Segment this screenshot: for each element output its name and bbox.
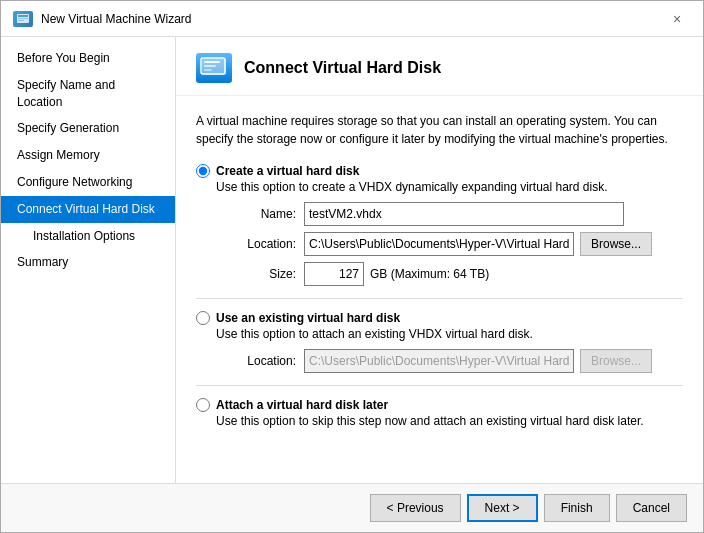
existing-vhd-radio[interactable] <box>196 311 210 325</box>
location-input-create[interactable] <box>304 232 574 256</box>
existing-vhd-form: Location: Browse... <box>216 349 683 373</box>
attach-later-desc: Use this option to skip this step now an… <box>216 414 683 428</box>
name-input[interactable] <box>304 202 624 226</box>
create-vhd-desc: Use this option to create a VHDX dynamic… <box>216 180 683 194</box>
next-button[interactable]: Next > <box>467 494 538 522</box>
main-body: A virtual machine requires storage so th… <box>176 96 703 483</box>
title-bar: New Virtual Machine Wizard × <box>1 1 703 37</box>
page-description: A virtual machine requires storage so th… <box>196 112 683 148</box>
separator-1 <box>196 298 683 299</box>
location-row-create: Browse... <box>304 232 683 256</box>
svg-rect-3 <box>18 20 24 21</box>
title-bar-left: New Virtual Machine Wizard <box>13 11 192 27</box>
size-row: GB (Maximum: 64 TB) <box>304 262 683 286</box>
window-title: New Virtual Machine Wizard <box>41 12 192 26</box>
sidebar-item-installation-options[interactable]: Installation Options <box>1 223 175 250</box>
footer: < Previous Next > Finish Cancel <box>1 483 703 532</box>
size-label: Size: <box>216 267 296 281</box>
finish-button[interactable]: Finish <box>544 494 610 522</box>
attach-later-radio-label[interactable]: Attach a virtual hard disk later <box>196 398 683 412</box>
location-label-existing: Location: <box>216 354 296 368</box>
name-row <box>304 202 683 226</box>
sidebar: Before You BeginSpecify Name and Locatio… <box>1 37 176 483</box>
sidebar-item-specify-name[interactable]: Specify Name and Location <box>1 72 175 116</box>
browse-button-create[interactable]: Browse... <box>580 232 652 256</box>
separator-2 <box>196 385 683 386</box>
existing-vhd-desc: Use this option to attach an existing VH… <box>216 327 683 341</box>
location-row-existing: Browse... <box>304 349 683 373</box>
svg-rect-1 <box>18 15 28 17</box>
browse-button-existing: Browse... <box>580 349 652 373</box>
svg-rect-7 <box>204 65 216 67</box>
location-label-create: Location: <box>216 237 296 251</box>
create-vhd-label: Create a virtual hard disk <box>216 164 359 178</box>
svg-rect-8 <box>204 69 212 71</box>
cancel-button[interactable]: Cancel <box>616 494 687 522</box>
page-title: Connect Virtual Hard Disk <box>244 59 441 77</box>
main-header: Connect Virtual Hard Disk <box>176 37 703 96</box>
name-label: Name: <box>216 207 296 221</box>
sidebar-item-specify-generation[interactable]: Specify Generation <box>1 115 175 142</box>
sidebar-item-assign-memory[interactable]: Assign Memory <box>1 142 175 169</box>
main-panel: Connect Virtual Hard Disk A virtual mach… <box>176 37 703 483</box>
attach-later-label: Attach a virtual hard disk later <box>216 398 388 412</box>
size-input[interactable] <box>304 262 364 286</box>
header-icon <box>196 53 232 83</box>
sidebar-item-connect-vhd[interactable]: Connect Virtual Hard Disk <box>1 196 175 223</box>
sidebar-item-summary[interactable]: Summary <box>1 249 175 276</box>
attach-later-option: Attach a virtual hard disk later Use thi… <box>196 398 683 428</box>
size-suffix: GB (Maximum: 64 TB) <box>370 267 489 281</box>
create-vhd-option: Create a virtual hard disk Use this opti… <box>196 164 683 286</box>
sidebar-item-configure-networking[interactable]: Configure Networking <box>1 169 175 196</box>
create-vhd-radio[interactable] <box>196 164 210 178</box>
create-vhd-form: Name: Location: Browse... Size: GB (Ma <box>216 202 683 286</box>
content-area: Before You BeginSpecify Name and Locatio… <box>1 37 703 483</box>
existing-vhd-option: Use an existing virtual hard disk Use th… <box>196 311 683 373</box>
wizard-window: New Virtual Machine Wizard × Before You … <box>0 0 704 533</box>
create-vhd-radio-label[interactable]: Create a virtual hard disk <box>196 164 683 178</box>
previous-button[interactable]: < Previous <box>370 494 461 522</box>
close-button[interactable]: × <box>663 9 691 29</box>
existing-vhd-label: Use an existing virtual hard disk <box>216 311 400 325</box>
svg-rect-6 <box>204 61 220 63</box>
attach-later-radio[interactable] <box>196 398 210 412</box>
sidebar-item-before-you-begin[interactable]: Before You Begin <box>1 45 175 72</box>
location-input-existing <box>304 349 574 373</box>
svg-rect-2 <box>18 18 28 19</box>
existing-vhd-radio-label[interactable]: Use an existing virtual hard disk <box>196 311 683 325</box>
window-icon <box>13 11 33 27</box>
